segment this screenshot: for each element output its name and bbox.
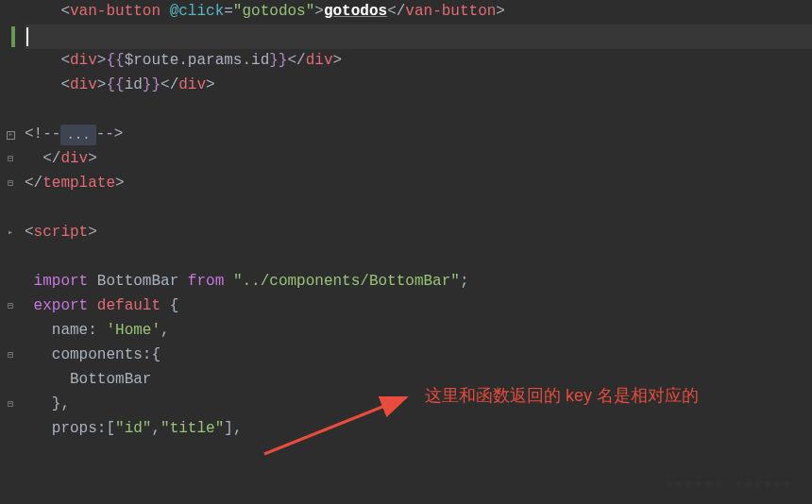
code-line[interactable]: <van-button @click="gotodos">gotodos</va… — [25, 0, 812, 25]
code-line[interactable]: </template> — [25, 172, 812, 196]
fold-close-icon[interactable]: ⊟ — [8, 299, 13, 314]
fold-placeholder[interactable]: ... — [60, 125, 95, 145]
code-line[interactable]: <script> — [25, 221, 812, 245]
code-line[interactable]: name: 'Home', — [25, 319, 812, 344]
fold-close-icon[interactable]: ⊟ — [8, 348, 13, 363]
fold-close-icon[interactable]: ⊟ — [8, 152, 13, 167]
code-line-folded[interactable]: <!--...--> — [25, 123, 812, 147]
code-line[interactable]: components:{ — [25, 344, 812, 368]
fold-close-icon[interactable]: ⊟ — [8, 397, 13, 412]
code-line-empty[interactable] — [25, 98, 812, 123]
code-line[interactable]: <div>{{id}}</div> — [25, 74, 812, 98]
fold-arrow-icon[interactable]: ▸ — [8, 226, 13, 241]
code-line-empty[interactable] — [25, 245, 812, 270]
code-line[interactable]: </div> — [25, 147, 812, 172]
code-line[interactable]: <div>{{$route.params.id}}</div> — [25, 49, 812, 74]
annotation-text: 这里和函数返回的 key 名是相对应的 — [425, 382, 699, 410]
fold-expand-icon[interactable]: + — [7, 131, 15, 140]
code-line-active[interactable] — [25, 25, 812, 49]
annotation-arrow-icon — [250, 390, 420, 461]
line-marker — [11, 26, 15, 47]
text-cursor — [26, 27, 28, 46]
code-line[interactable]: import BottomBar from "../components/Bot… — [25, 270, 812, 294]
watermark: ······ ······ — [666, 474, 793, 495]
code-line-empty[interactable] — [25, 196, 812, 221]
svg-line-1 — [264, 397, 406, 454]
code-line[interactable]: export default { — [25, 294, 812, 319]
gutter: + ⊟ ⊟ ▸ ⊟ ⊟ ⊟ — [0, 0, 21, 504]
fold-close-icon[interactable]: ⊟ — [8, 176, 13, 192]
